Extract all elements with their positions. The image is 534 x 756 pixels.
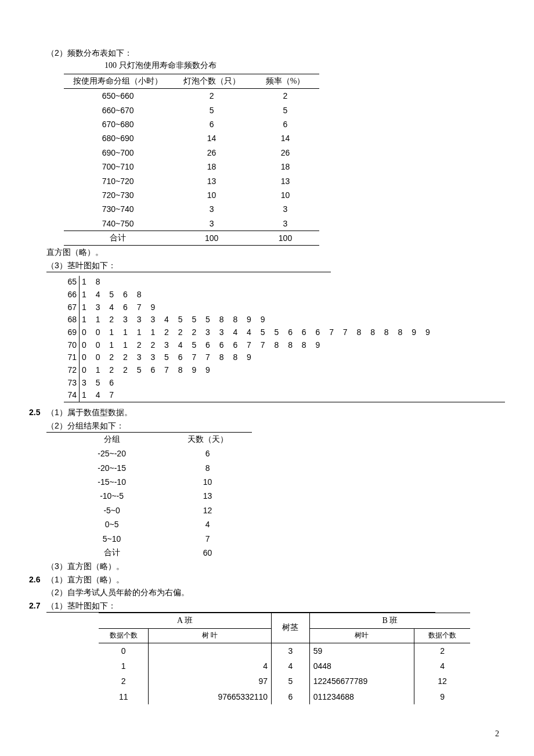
stemleaf-row: 651 8 [64,276,505,289]
table-row: -5~012 [64,503,255,517]
answer-2-6-2: （2）自学考试人员年龄的分布为右偏。 [46,586,505,599]
section-2-6: 2.6 （1）直方图（略）。 （2）自学考试人员年龄的分布为右偏。 [29,573,505,599]
table-row: 710~7201313 [64,174,319,188]
table-row: 0~54 [64,517,255,531]
stemleaf-row: 733 5 6 [64,377,505,390]
table-row: 680~6901414 [64,131,319,145]
table-row: -20~-158 [64,461,255,475]
frequency-table: 100 只灯泡使用寿命非频数分布 按使用寿命分组（小时） 灯泡个数（只） 频率（… [64,59,319,246]
header-leaf-a: 树 叶 [149,629,272,643]
table-row: 2 97 5 122456677789 12 [99,674,470,689]
table-row: -10~-513 [64,489,255,503]
stemleaf-row: 741 4 7 [64,389,505,402]
histogram-note: 直方图（略）。 [46,246,505,258]
part-label: （2） [46,48,67,57]
header-stem: 树茎 [272,613,310,643]
section-2-7: 2.7 （1）茎叶图如下： A 班 树茎 B 班 数据个数 树 叶 树叶 数据个… [29,599,505,705]
col-days: 天数（天） [160,433,255,447]
table-row: 11 97665332110 6 011234688 9 [99,689,470,704]
heading-2-4-3: （3）茎叶图如下： [46,259,331,272]
heading-2-7-1: （1）茎叶图如下： [46,599,435,613]
heading-2-5-2: （2）分组结果如下： [46,419,252,433]
answer-2-5-3: （3）直方图（略）。 [46,560,505,573]
question-number: 2.6 [29,573,40,586]
table-row: -25~-206 [64,447,255,460]
table-row: 660~67055 [64,103,319,117]
back-to-back-stemleaf: A 班 树茎 B 班 数据个数 树 叶 树叶 数据个数 0 3 59 2 1 4… [99,613,470,704]
question-number: 2.5 [29,406,40,419]
table-total-row: 合计 100 100 [64,231,319,246]
header-count-b: 数据个数 [414,629,470,643]
table-row: -15~-1010 [64,475,255,489]
question-number: 2.7 [29,599,40,612]
col-freq: 频率（%） [251,74,319,88]
group-table: 分组 天数（天） -25~-206 -20~-158 -15~-1010 -10… [64,433,255,560]
table-total-row: 合计 60 [64,546,255,560]
heading-text: 频数分布表如下： [67,48,132,57]
heading-2-4-2: （2）频数分布表如下： [46,46,505,59]
table-row: 690~7002626 [64,146,319,160]
page-number: 2 [29,728,505,740]
col-group: 分组 [64,433,160,447]
stem-leaf-plot: 651 8 661 4 5 6 8 671 3 4 6 7 9 681 1 2 … [64,276,505,402]
stemleaf-row: 671 3 4 6 7 9 [64,301,505,314]
answer-2-6-1: （1）直方图（略）。 [46,573,505,586]
table-row: 1 4 4 0448 4 [99,658,470,674]
table-row: 650~66022 [64,89,319,103]
table-row: 0 3 59 2 [99,643,470,658]
col-count: 灯泡个数（只） [172,74,251,88]
table-row: 730~74033 [64,202,319,216]
table-row: 700~7101818 [64,160,319,174]
table-row: 740~75033 [64,217,319,231]
section-2-4-2: （2）频数分布表如下： 100 只灯泡使用寿命非频数分布 按使用寿命分组（小时）… [29,46,505,402]
header-class-b: B 班 [309,613,470,628]
header-count-a: 数据个数 [99,629,149,643]
stemleaf-row: 710 0 2 2 3 3 5 6 7 7 8 8 9 [64,351,505,364]
table-row: 720~7301010 [64,188,319,202]
stemleaf-row: 690 0 1 1 1 1 2 2 2 3 3 4 4 5 5 6 6 6 7 … [64,326,505,339]
stemleaf-row: 661 4 5 6 8 [64,289,505,301]
table-row: 5~107 [64,532,255,546]
header-class-a: A 班 [99,613,272,628]
stemleaf-row: 700 0 1 1 2 2 3 4 5 6 6 6 7 7 8 8 8 9 [64,339,505,352]
table-caption: 100 只灯泡使用寿命非频数分布 [64,59,319,72]
answer-2-5-1: （1）属于数值型数据。 [46,406,505,419]
header-leaf-b: 树叶 [309,629,414,643]
stemleaf-row: 720 1 2 2 5 6 7 8 9 9 [64,364,505,377]
table-row: 670~68066 [64,117,319,131]
stemleaf-row: 681 1 2 3 3 3 4 5 5 5 8 8 9 9 [64,314,505,326]
col-group: 按使用寿命分组（小时） [64,74,172,88]
section-2-5: 2.5 （1）属于数值型数据。 （2）分组结果如下： 分组 天数（天） -25~… [29,406,505,573]
